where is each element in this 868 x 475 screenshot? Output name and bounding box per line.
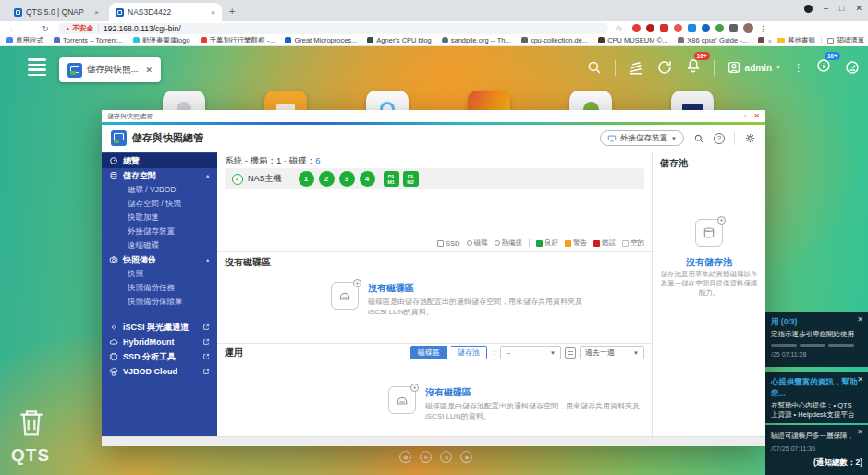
notification-center[interactable]: 10+ [815,57,832,78]
toggle-pool-button[interactable]: 儲存池 [451,346,487,359]
bookmark-item[interactable]: 動漫畫圖庫logo [133,36,190,45]
external-device-button[interactable]: 外接儲存裝置 ▼ [600,130,684,146]
recycle-bin-icon[interactable] [13,403,50,442]
disk-slot-2[interactable]: 2 [319,171,335,187]
minimize-button[interactable]: – [824,4,828,13]
puzzle-extension-icon[interactable] [729,24,738,32]
background-tasks-icon[interactable] [656,59,673,76]
sidebar-item-cache-acceleration[interactable]: 快取加速 [102,211,217,225]
reload-icon[interactable]: ↻ [42,24,49,33]
window-maximize-icon[interactable]: + [743,112,748,120]
disk-slot-4[interactable]: 4 [360,171,375,187]
other-bookmarks-button[interactable]: 其他書籤 [777,36,815,45]
toast-close-icon[interactable]: ✕ [857,315,863,323]
pointer-icon[interactable] [420,451,432,463]
toast-close-icon[interactable]: ✕ [857,428,863,436]
forward-icon[interactable]: → [25,24,33,33]
sidebar-item-snapshot-vault[interactable]: 快照備份保險庫 [102,295,217,309]
close-button[interactable]: ✕ [855,4,862,13]
bookmark-item[interactable]: sandpile.org -- Th... [442,36,511,44]
bookmark-item[interactable]: Torrents – Torrent... [54,36,123,44]
bookmark-item[interactable]: CPU MUSEUM ©... [598,36,667,44]
app-title: 儲存與快照總管 [132,131,203,145]
bookmark-item[interactable]: Agner's CPU blog [367,36,431,44]
tab-qts[interactable]: QTS 5.0 | QNAP × [7,3,105,21]
pause-icon[interactable] [440,451,452,463]
bookmark-item[interactable]: cpu-collection.de... [521,36,589,44]
record-indicator-icon[interactable] [804,5,813,13]
sidebar-item-snapshot-replica[interactable]: 快照備份任務 [102,281,217,295]
window-minimize-icon[interactable]: − [732,112,737,120]
sidebar-item-external-storage[interactable]: 外接儲存裝置 [102,225,217,238]
target-select[interactable]: --▼ [500,346,561,359]
url-field[interactable]: ▲不安全 192.168.0.113/cgi-bin/ [58,23,608,34]
maximize-button[interactable]: □ [839,4,844,13]
bookmark-item[interactable]: X86 cpus' Guide -... [678,36,748,44]
tab-nas[interactable]: NAS3D4422 × [109,3,222,21]
extension-icon[interactable] [660,24,668,32]
period-select[interactable]: 過去一週▼ [580,346,644,359]
user-menu[interactable]: admin ▼ [727,60,781,75]
sidebar-group-snapshot-backup[interactable]: 快照備份 ∧ [102,252,217,267]
window-footer-scrollbar[interactable] [102,436,765,446]
extension-icon[interactable] [632,24,641,32]
toggle-volume-button[interactable]: 磁碟區 [410,346,447,359]
new-tab-button[interactable]: + [229,6,235,17]
app-switcher-icon[interactable] [628,59,644,76]
no-volume-link[interactable]: 沒有磁碟區 [368,282,582,295]
bookmark-item[interactable]: Great Microproces... [285,36,357,44]
bookmark-star-icon[interactable]: ☆ [616,24,623,33]
create-volume-icon[interactable]: + [331,282,359,310]
extension-icon[interactable] [646,24,654,32]
window-close-icon[interactable]: ✕ [753,112,760,120]
browser-profile-avatar[interactable] [743,23,753,33]
security-warning[interactable]: ▲不安全 [66,24,93,33]
create-volume-icon[interactable]: + [388,386,416,414]
help-icon[interactable]: ? [714,133,725,144]
back-icon[interactable]: ← [8,24,17,33]
disk-slot-3[interactable]: 3 [339,171,355,187]
sidebar-item-storage-snapshots[interactable]: 儲存空間 / 快照 [102,197,217,211]
sidebar-item-disks-vjbod[interactable]: 磁碟 / VJBOD [102,183,217,197]
extension-icon[interactable] [674,24,682,32]
extension-icon[interactable] [715,24,724,32]
sidebar-item-snapshot[interactable]: 快照 [102,267,217,281]
report-icon[interactable] [565,347,576,359]
bookmark-item[interactable]: 應用程式 [6,36,43,45]
sidebar-item-overview[interactable]: 總覽 [102,153,217,168]
notifications-bell[interactable]: 10+ [685,57,702,78]
no-volume-link[interactable]: 沒有磁碟區 [425,386,640,399]
m2-slot-1[interactable]: P1M1 [384,171,399,187]
resource-monitor-icon[interactable] [844,59,861,76]
tab-close-icon[interactable]: × [94,8,99,17]
empty-volume-state: + 沒有磁碟區 磁碟區是由儲存池配置出的邏輯儲存空間，用來儲存共用資料夾及iSC… [331,282,582,317]
sidebar-item-vjbod-cloud[interactable]: VJBOD Cloud [102,364,217,379]
slideshow-icon[interactable] [399,451,411,463]
bookmarks-overflow-icon[interactable]: » [768,37,772,45]
sidebar-group-storage[interactable]: 儲存空間 ∧ [102,168,217,183]
extension-icon[interactable] [702,24,710,32]
browser-menu-icon[interactable]: ⋮ [759,24,767,33]
no-pool-link[interactable]: 沒有儲存池 [653,256,765,269]
stop-icon[interactable] [460,451,472,463]
global-search-icon[interactable] [693,133,704,144]
toast-close-icon[interactable]: ✕ [857,375,863,384]
bookmark-item[interactable]: 千萬別行行業觀察 -... [201,36,275,45]
taskbar-task-button[interactable]: 儲存與快照... ✕ [59,57,161,82]
search-icon[interactable] [586,59,603,76]
more-options-icon[interactable]: ⋮ [793,63,803,72]
create-pool-icon[interactable]: + [695,219,723,247]
window-titlebar[interactable]: 儲存與快照總管 − + ✕ [102,110,765,122]
task-close-icon[interactable]: ✕ [145,66,153,75]
m2-slot-2[interactable]: P1M2 [403,171,419,187]
sidebar-item-ssd-profiling[interactable]: SSD 分析工具 [102,349,217,364]
sidebar-item-iscsi[interactable]: iSCSI 與光纖通道 [102,320,217,335]
tab-close-icon[interactable]: × [211,8,215,17]
settings-gear-icon[interactable] [744,132,756,144]
reading-list-button[interactable]: 閱讀清單 [827,36,864,45]
main-menu-icon[interactable] [28,58,46,79]
disk-slot-1[interactable]: 1 [299,171,314,187]
sidebar-item-remote-disk[interactable]: 遠端磁碟 [102,238,217,252]
extension-icon[interactable] [688,24,696,32]
sidebar-item-hybridmount[interactable]: HybridMount [102,335,217,349]
